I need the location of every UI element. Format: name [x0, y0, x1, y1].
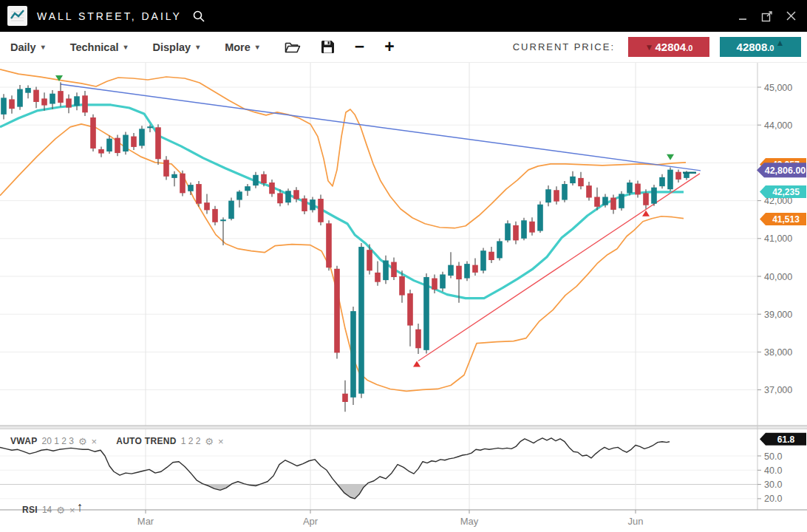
chart-app-icon	[7, 6, 27, 26]
current-price-label: CURRENT PRICE:	[513, 41, 615, 52]
autotrend-indicator-params: 1 2 2	[181, 436, 201, 446]
cursor-arrow-icon: ↑	[77, 499, 83, 515]
zoom-out-button[interactable]: −	[355, 38, 364, 55]
rsi-indicator-label: RSI	[22, 505, 38, 515]
price-axis-label: 44,000	[764, 120, 792, 131]
rsi-value-badge-text: 61.8	[777, 434, 795, 445]
vwap-indicator-label: VWAP	[10, 436, 38, 446]
rsi-remove-icon[interactable]: ×	[69, 505, 75, 515]
month-label-jun: Jun	[628, 516, 644, 527]
autotrend-settings-gear-icon[interactable]: ⚙	[205, 437, 214, 446]
zoom-in-button[interactable]: +	[384, 38, 394, 55]
indicator-labels-row: VWAP 20 1 2 3 ⚙ × AUTO TREND 1 2 2 ⚙ ×	[10, 436, 224, 446]
price-badge-41513-text: 41,513	[772, 214, 800, 225]
vwap-indicator-params: 20 1 2 3	[42, 436, 74, 446]
save-icon[interactable]	[321, 40, 335, 54]
buy-price-button[interactable]: 42808.0 ▲	[720, 37, 801, 57]
price-axis-label: 40,000	[764, 272, 792, 282]
titlebar: WALL STREET, DAILY	[0, 0, 807, 32]
candles-layer	[1, 82, 689, 412]
menu-technical[interactable]: Technical▾	[70, 41, 128, 53]
price-axis-label: 41,000	[764, 233, 792, 244]
rsi-axis-label: 30.0	[764, 480, 782, 490]
rsi-line	[0, 438, 670, 499]
pane-divider	[0, 426, 807, 429]
sell-price-value: 42804	[655, 41, 686, 53]
price-axis-label: 37,000	[764, 385, 792, 395]
toolbar-icons: − +	[285, 38, 395, 55]
price-axis-label: 38,000	[764, 347, 792, 358]
autotrend-indicator-label: AUTO TREND	[116, 436, 176, 446]
popout-button[interactable]	[760, 9, 774, 24]
price-down-arrow-icon: ▼	[645, 43, 654, 52]
current-price-cluster: CURRENT PRICE: ▼ 42804.0 42808.0 ▲	[513, 37, 801, 57]
month-label-apr: Apr	[303, 516, 319, 527]
rsi-axis-label: 40.0	[764, 466, 782, 476]
upper-band-line	[0, 69, 686, 228]
vwap-remove-icon[interactable]: ×	[92, 437, 98, 446]
chart-area[interactable]: MarAprMayJun45,00044,00042,00041,00040,0…	[0, 63, 807, 532]
rsi-axis-label: 50.0	[764, 451, 782, 462]
signal-up-triangle	[413, 361, 420, 366]
toolbar-menus: Daily▾Technical▾Display▾More▾	[10, 41, 259, 53]
signal-down-triangle	[667, 154, 674, 160]
window-controls	[736, 9, 798, 24]
price-chart-svg[interactable]: MarAprMayJun45,00044,00042,00041,00040,0…	[0, 63, 807, 532]
chart-window: WALL STREET, DAILY	[0, 0, 807, 532]
sell-price-button[interactable]: ▼ 42804.0	[628, 37, 709, 57]
menu-more[interactable]: More▾	[225, 41, 259, 53]
vwap-settings-gear-icon[interactable]: ⚙	[78, 437, 87, 446]
price-axis-label: 45,000	[764, 83, 792, 93]
buy-price-value: 42808	[737, 41, 768, 53]
price-badge-4280600-text: 42,806.00	[765, 166, 806, 176]
menu-display[interactable]: Display▾	[153, 41, 200, 53]
price-up-arrow-icon: ▲	[776, 38, 785, 47]
price-badge-42235-text: 42,235	[772, 187, 800, 197]
rsi-oversold-shade	[337, 485, 367, 499]
rsi-axis-label: 20.0	[764, 494, 782, 504]
month-label-mar: Mar	[137, 516, 154, 527]
minimize-button[interactable]	[736, 9, 751, 24]
window-title: WALL STREET, DAILY	[37, 10, 182, 22]
price-axis-label: 39,000	[764, 310, 792, 320]
menu-daily[interactable]: Daily▾	[10, 41, 45, 53]
search-icon[interactable]	[192, 10, 205, 23]
rsi-indicator-param: 14	[42, 505, 52, 515]
rsi-settings-gear-icon[interactable]: ⚙	[56, 505, 65, 515]
autotrend-remove-icon[interactable]: ×	[218, 437, 224, 446]
close-button[interactable]	[783, 9, 798, 24]
toolbar: Daily▾Technical▾Display▾More▾ − + CUR	[0, 32, 807, 63]
month-label-may: May	[460, 516, 479, 527]
open-folder-icon[interactable]	[285, 41, 301, 54]
rsi-label-row: RSI 14 ⚙ ×	[22, 505, 75, 515]
